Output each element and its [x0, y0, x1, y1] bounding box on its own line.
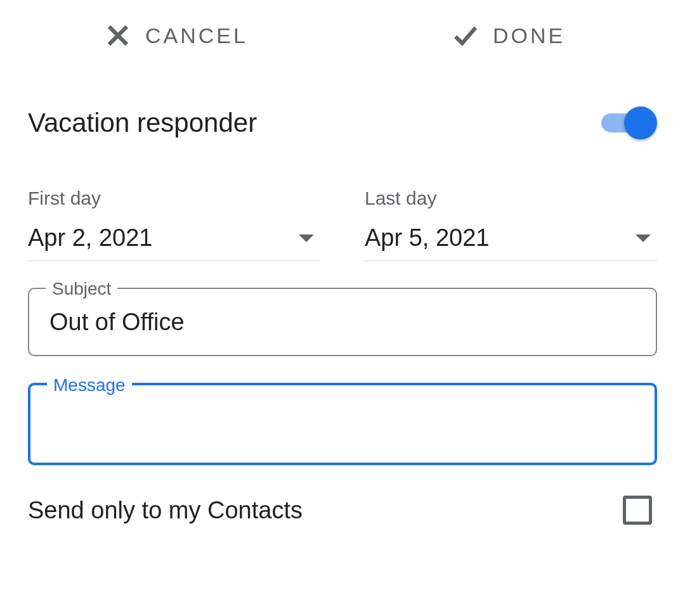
header-bar: CANCEL DONE: [0, 0, 685, 71]
done-button[interactable]: DONE: [342, 22, 675, 49]
vacation-responder-toggle[interactable]: [601, 106, 657, 139]
last-day-label: Last day: [365, 188, 657, 209]
last-day-value: Apr 5, 2021: [365, 224, 489, 252]
message-input[interactable]: [49, 402, 636, 446]
message-field-container: Message: [0, 383, 685, 465]
close-icon: [105, 22, 131, 49]
contacts-only-checkbox[interactable]: [623, 496, 652, 525]
subject-field[interactable]: Subject Out of Office: [28, 288, 657, 356]
cancel-label: CANCEL: [145, 23, 248, 48]
section-title-row: Vacation responder: [0, 71, 685, 152]
done-label: DONE: [493, 23, 565, 48]
first-day-picker[interactable]: Apr 2, 2021: [28, 224, 320, 261]
last-day-picker[interactable]: Apr 5, 2021: [365, 224, 657, 261]
first-day-value: Apr 2, 2021: [28, 224, 152, 252]
message-field[interactable]: Message: [28, 383, 657, 465]
subject-label: Subject: [46, 279, 117, 299]
caret-down-icon: [636, 234, 651, 242]
subject-input[interactable]: Out of Office: [49, 307, 636, 337]
check-icon: [452, 22, 479, 49]
toggle-knob: [624, 106, 657, 139]
date-range-row: First day Apr 2, 2021 Last day Apr 5, 20…: [0, 152, 685, 261]
last-day-field: Last day Apr 5, 2021: [365, 188, 657, 261]
first-day-field: First day Apr 2, 2021: [28, 188, 320, 261]
contacts-only-label: Send only to my Contacts: [28, 497, 303, 524]
subject-field-container: Subject Out of Office: [0, 288, 685, 356]
caret-down-icon: [299, 234, 314, 242]
message-label: Message: [47, 375, 132, 395]
section-title: Vacation responder: [28, 108, 257, 138]
contacts-only-row: Send only to my Contacts: [0, 465, 685, 525]
first-day-label: First day: [28, 188, 320, 209]
cancel-button[interactable]: CANCEL: [10, 22, 342, 49]
